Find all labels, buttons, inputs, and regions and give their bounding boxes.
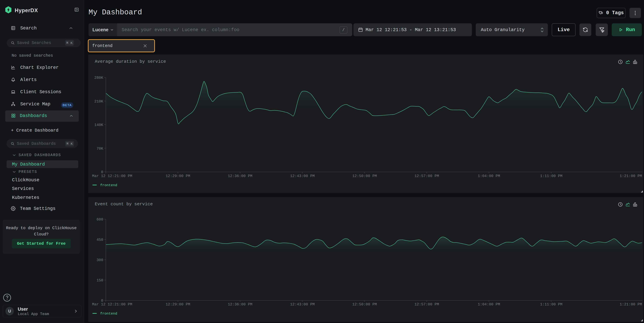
svg-text:600: 600 [96, 217, 103, 222]
svg-text:150: 150 [96, 278, 103, 282]
svg-text:12:36:00 PM: 12:36:00 PM [228, 174, 252, 178]
svg-text:1:04:00 PM: 1:04:00 PM [478, 174, 500, 178]
svg-text:12:50:00 PM: 12:50:00 PM [352, 174, 377, 178]
svg-text:12:43:00 PM: 12:43:00 PM [290, 302, 314, 306]
svg-text:12:29:00 PM: 12:29:00 PM [166, 174, 190, 178]
svg-text:frontend: frontend [100, 183, 117, 187]
svg-text:1:11:00 PM: 1:11:00 PM [540, 174, 562, 178]
svg-text:1:11:00 PM: 1:11:00 PM [540, 302, 562, 306]
svg-text:450: 450 [96, 238, 103, 242]
svg-text:300: 300 [96, 258, 103, 262]
svg-text:12:43:00 PM: 12:43:00 PM [290, 174, 314, 178]
svg-text:12:50:00 PM: 12:50:00 PM [352, 302, 377, 306]
svg-text:12:57:00 PM: 12:57:00 PM [414, 302, 439, 306]
svg-text:1:04:00 PM: 1:04:00 PM [478, 302, 500, 306]
svg-text:70K: 70K [96, 147, 103, 151]
svg-text:1:21:00 PM: 1:21:00 PM [620, 302, 642, 306]
svg-text:frontend: frontend [100, 312, 117, 315]
svg-text:12:29:00 PM: 12:29:00 PM [166, 302, 190, 306]
svg-text:140K: 140K [94, 123, 104, 127]
svg-text:210K: 210K [94, 99, 104, 104]
svg-text:12:36:00 PM: 12:36:00 PM [228, 302, 252, 306]
svg-text:Mar 12 12:21:00 PM: Mar 12 12:21:00 PM [92, 302, 132, 306]
svg-text:Mar 12 12:21:00 PM: Mar 12 12:21:00 PM [92, 174, 132, 178]
svg-text:1:21:00 PM: 1:21:00 PM [620, 174, 642, 178]
svg-text:12:57:00 PM: 12:57:00 PM [414, 174, 439, 178]
svg-text:0: 0 [101, 170, 103, 174]
svg-text:280K: 280K [94, 76, 104, 80]
